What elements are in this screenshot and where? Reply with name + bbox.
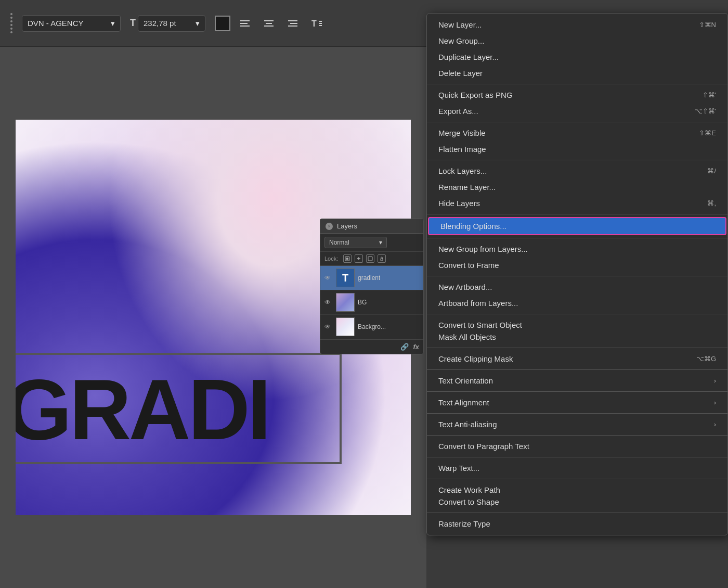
menu-label-blending-options: Blending Options... — [440, 222, 506, 231]
layer-item-bg[interactable]: 👁 BG — [320, 290, 423, 315]
separator-13 — [427, 457, 727, 457]
layers-panel-title: Layers — [337, 222, 357, 230]
layers-panel-header: × Layers — [320, 219, 423, 234]
layer-visibility-background[interactable]: 👁 — [324, 323, 333, 330]
menu-label-text-alignment: Text Alignment — [438, 398, 489, 407]
align-center-button[interactable] — [259, 14, 278, 33]
lock-all-button[interactable] — [378, 254, 386, 263]
menu-item-create-clipping-mask[interactable]: Create Clipping Mask ⌥⌘G — [427, 351, 727, 367]
menu-shortcut-lock-layers: ⌘/ — [707, 167, 716, 175]
svg-rect-17 — [368, 257, 372, 261]
lock-transform-button[interactable] — [366, 254, 374, 263]
layer-visibility-bg[interactable]: 👁 — [324, 299, 333, 306]
menu-item-new-group[interactable]: New Group... — [427, 33, 727, 49]
separator-3 — [427, 160, 727, 160]
layer-thumbnail-bg — [336, 293, 355, 312]
menu-shortcut-clipping-mask: ⌥⌘G — [696, 355, 716, 363]
context-menu: New Layer... ⇧⌘N New Group... Duplicate … — [426, 13, 728, 535]
separator-1 — [427, 84, 727, 84]
menu-item-new-artboard[interactable]: New Artboard... — [427, 279, 727, 295]
menu-label-flatten-image: Flatten Image — [438, 145, 486, 154]
layer-thumb-t-icon: T — [336, 269, 354, 287]
layer-name-bg: BG — [358, 299, 367, 306]
menu-item-convert-smart-object[interactable]: Convert to Smart Object — [427, 317, 727, 331]
type-settings-button[interactable]: T — [307, 14, 326, 33]
layer-item-gradient[interactable]: 👁 T gradient — [320, 266, 423, 290]
layer-thumb-bg2-preview — [336, 318, 354, 336]
separator-2 — [427, 122, 727, 122]
menu-item-convert-to-frame[interactable]: Convert to Frame — [427, 257, 727, 273]
menu-item-new-layer[interactable]: New Layer... ⇧⌘N — [427, 17, 727, 33]
menu-label-rasterize-type: Rasterize Type — [438, 519, 490, 528]
font-select-arrow: ▾ — [111, 19, 115, 28]
lock-pixels-button[interactable] — [343, 254, 352, 263]
menu-item-artboard-from-layers[interactable]: Artboard from Layers... — [427, 295, 727, 311]
separator-7 — [427, 314, 727, 314]
menu-item-rename-layer[interactable]: Rename Layer... — [427, 179, 727, 195]
font-size-icon: T — [130, 18, 136, 29]
canvas-text-wrapper: GRADI — [16, 367, 411, 453]
blend-mode-select[interactable]: Normal ▾ — [324, 237, 387, 248]
panel-close-button[interactable]: × — [326, 223, 333, 230]
blend-mode-arrow: ▾ — [379, 239, 382, 246]
separator-5 — [427, 238, 727, 238]
menu-item-duplicate-layer[interactable]: Duplicate Layer... — [427, 49, 727, 65]
svg-rect-18 — [381, 259, 383, 261]
separator-15 — [427, 513, 727, 513]
menu-item-flatten-image[interactable]: Flatten Image — [427, 141, 727, 157]
menu-item-warp-text[interactable]: Warp Text... — [427, 460, 727, 476]
font-name-label: DVN - AGENCY — [28, 19, 84, 28]
toolbar-grip — [10, 13, 12, 33]
menu-item-delete-layer[interactable]: Delete Layer — [427, 65, 727, 81]
menu-shortcut-merge-visible: ⇧⌘E — [699, 129, 716, 137]
font-size-select[interactable]: 232,78 pt ▾ — [138, 15, 205, 32]
blend-mode-row: Normal ▾ — [320, 234, 423, 252]
layer-name-gradient: gradient — [358, 274, 380, 282]
menu-item-hide-layers[interactable]: Hide Layers ⌘, — [427, 195, 727, 211]
align-right-button[interactable] — [283, 14, 302, 33]
menu-item-create-work-path[interactable]: Create Work Path — [427, 482, 727, 496]
menu-label-warp-text: Warp Text... — [438, 464, 479, 472]
fx-icon[interactable]: fx — [413, 343, 419, 351]
menu-item-quick-export[interactable]: Quick Export as PNG ⇧⌘' — [427, 87, 727, 103]
menu-item-merge-visible[interactable]: Merge Visible ⇧⌘E — [427, 125, 727, 141]
menu-arrow-text-orientation: › — [714, 377, 716, 385]
menu-item-convert-paragraph-text[interactable]: Convert to Paragraph Text — [427, 438, 727, 454]
svg-rect-14 — [346, 258, 348, 260]
menu-shortcut-export-as: ⌥⇧⌘' — [695, 107, 716, 115]
menu-item-mask-all-objects[interactable]: Mask All Objects — [427, 331, 727, 345]
separator-14 — [427, 479, 727, 479]
menu-label-artboard-from-layers: Artboard from Layers... — [438, 299, 518, 308]
link-icon[interactable]: 🔗 — [400, 343, 409, 351]
layer-visibility-gradient[interactable]: 👁 — [324, 274, 333, 282]
lock-position-button[interactable] — [355, 254, 363, 263]
menu-label-new-layer: New Layer... — [438, 20, 482, 29]
menu-item-rasterize-type[interactable]: Rasterize Type — [427, 516, 727, 532]
font-size-arrow: ▾ — [196, 19, 200, 28]
menu-shortcut-hide-layers: ⌘, — [707, 199, 716, 207]
menu-arrow-text-alignment: › — [714, 399, 716, 406]
menu-label-lock-layers: Lock Layers... — [438, 167, 487, 175]
menu-item-new-group-from-layers[interactable]: New Group from Layers... — [427, 241, 727, 257]
menu-item-lock-layers[interactable]: Lock Layers... ⌘/ — [427, 163, 727, 179]
menu-item-text-orientation[interactable]: Text Orientation › — [427, 373, 727, 389]
layer-thumbnail-gradient: T — [336, 269, 355, 287]
layers-panel: × Layers Normal ▾ Lock: — [320, 219, 424, 354]
layer-item-background[interactable]: 👁 Backgro... — [320, 315, 423, 339]
menu-label-create-clipping-mask: Create Clipping Mask — [438, 354, 513, 363]
separator-8 — [427, 348, 727, 348]
menu-item-text-alignment[interactable]: Text Alignment › — [427, 394, 727, 411]
menu-item-export-as[interactable]: Export As... ⌥⇧⌘' — [427, 103, 727, 119]
menu-shortcut-new-layer: ⇧⌘N — [699, 21, 716, 29]
menu-label-convert-paragraph-text: Convert to Paragraph Text — [438, 442, 529, 451]
font-name-select[interactable]: DVN - AGENCY ▾ — [22, 15, 121, 32]
align-left-button[interactable] — [236, 14, 254, 33]
lock-row: Lock: — [320, 252, 423, 266]
color-swatch[interactable] — [215, 16, 230, 31]
separator-12 — [427, 435, 727, 436]
menu-item-text-antialiasing[interactable]: Text Anti-aliasing › — [427, 416, 727, 432]
menu-label-merge-visible: Merge Visible — [438, 129, 486, 137]
menu-item-blending-options[interactable]: Blending Options... — [428, 217, 726, 235]
menu-item-convert-to-shape[interactable]: Convert to Shape — [427, 496, 727, 510]
menu-label-export-as: Export As... — [438, 107, 478, 116]
